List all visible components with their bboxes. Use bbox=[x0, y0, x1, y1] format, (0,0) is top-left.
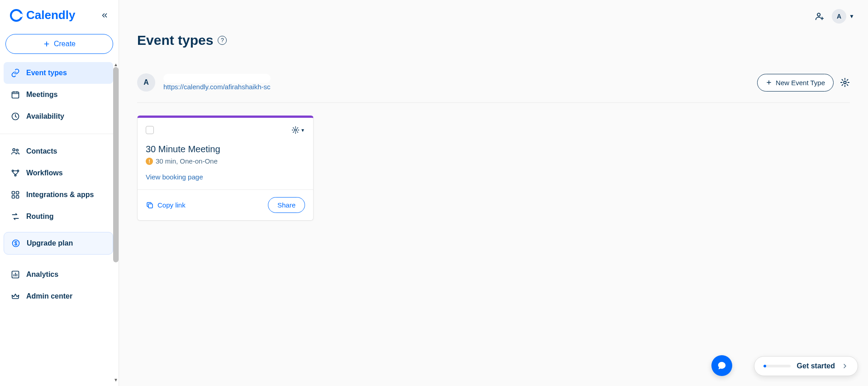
new-event-label: New Event Type bbox=[776, 79, 825, 87]
svg-rect-0 bbox=[12, 92, 19, 98]
svg-point-2 bbox=[13, 149, 15, 151]
event-card-footer: Copy link Share bbox=[138, 189, 313, 220]
get-started-widget[interactable]: Get started bbox=[754, 356, 858, 376]
user-info: https://calendly.com/afirahshaikh-sc bbox=[163, 74, 271, 91]
svg-rect-8 bbox=[16, 192, 19, 194]
user-left: A https://calendly.com/afirahshaikh-sc bbox=[137, 73, 750, 92]
avatar-initial: A bbox=[837, 13, 841, 20]
nav-scroll[interactable]: Event types Meetings Availability bbox=[0, 60, 119, 386]
gear-icon bbox=[840, 77, 850, 87]
user-scheduling-link[interactable]: https://calendly.com/afirahshaikh-sc bbox=[163, 83, 271, 91]
help-icon[interactable]: ? bbox=[218, 36, 227, 45]
svg-point-15 bbox=[295, 129, 297, 131]
brand-name: Calendly bbox=[26, 8, 75, 22]
svg-point-14 bbox=[844, 81, 846, 84]
user-name-redacted bbox=[163, 74, 271, 83]
sidebar-item-meetings[interactable]: Meetings bbox=[4, 84, 113, 106]
sidebar-item-analytics[interactable]: Analytics bbox=[4, 264, 113, 285]
get-started-label: Get started bbox=[797, 362, 835, 370]
invite-user-button[interactable] bbox=[815, 11, 825, 21]
svg-rect-16 bbox=[148, 204, 153, 208]
warning-icon: ! bbox=[146, 158, 153, 165]
scrollbar-thumb[interactable] bbox=[113, 67, 119, 262]
link-icon bbox=[11, 68, 20, 77]
plus-icon bbox=[43, 40, 50, 48]
account-menu[interactable]: A ▼ bbox=[832, 9, 854, 24]
main: A ▼ Event types ? A https://calendly.com… bbox=[119, 0, 868, 386]
share-button[interactable]: Share bbox=[268, 197, 305, 213]
user-plus-icon bbox=[815, 11, 825, 21]
svg-rect-10 bbox=[16, 196, 19, 198]
sidebar-scrollbar[interactable]: ▲ ▼ bbox=[113, 67, 119, 377]
chat-button[interactable] bbox=[711, 355, 732, 376]
clock-icon bbox=[11, 112, 20, 121]
analytics-icon bbox=[11, 270, 20, 279]
gear-icon bbox=[291, 126, 300, 134]
progress-fill bbox=[763, 365, 766, 367]
chevron-right-icon bbox=[841, 362, 849, 370]
svg-rect-7 bbox=[12, 192, 15, 194]
sidebar-item-label: Analytics bbox=[26, 270, 58, 279]
plus-icon bbox=[766, 79, 772, 86]
routing-icon bbox=[11, 212, 20, 221]
svg-point-5 bbox=[17, 170, 19, 171]
copy-link-button[interactable]: Copy link bbox=[146, 201, 186, 209]
user-avatar: A bbox=[137, 73, 155, 92]
sidebar-item-workflows[interactable]: Workflows bbox=[4, 162, 113, 184]
event-card-body: ▼ 30 Minute Meeting ! 30 min, One-on-One… bbox=[138, 118, 313, 189]
users-icon bbox=[11, 147, 20, 156]
event-card-top: ▼ bbox=[146, 126, 305, 134]
sidebar-item-availability[interactable]: Availability bbox=[4, 106, 113, 127]
copy-icon bbox=[146, 201, 154, 209]
caret-down-icon: ▼ bbox=[300, 128, 305, 133]
chat-icon bbox=[717, 361, 727, 371]
crown-icon bbox=[11, 292, 20, 301]
event-card-subtitle: ! 30 min, One-on-One bbox=[146, 157, 305, 165]
sidebar-item-label: Workflows bbox=[26, 169, 63, 177]
avatar-circle: A bbox=[832, 9, 846, 24]
brand-logo[interactable]: Calendly bbox=[10, 8, 75, 22]
apps-grid-icon bbox=[11, 190, 20, 199]
svg-rect-9 bbox=[12, 196, 15, 198]
page-title: Event types bbox=[137, 33, 213, 48]
sidebar-item-admin-center[interactable]: Admin center bbox=[4, 285, 113, 307]
sidebar-item-event-types[interactable]: Event types bbox=[4, 62, 113, 84]
svg-point-3 bbox=[16, 149, 18, 151]
sidebar-item-integrations[interactable]: Integrations & apps bbox=[4, 184, 113, 206]
view-booking-page-link[interactable]: View booking page bbox=[146, 173, 203, 181]
create-label: Create bbox=[54, 40, 76, 48]
nav-divider bbox=[0, 134, 117, 134]
sidebar-item-label: Availability bbox=[26, 112, 64, 121]
copy-link-label: Copy link bbox=[157, 201, 186, 209]
collapse-sidebar-button[interactable] bbox=[100, 11, 109, 19]
upgrade-label: Upgrade plan bbox=[27, 239, 73, 247]
content: Event types ? A https://calendly.com/afi… bbox=[119, 28, 868, 386]
sidebar: Calendly Create Event types Meetings bbox=[0, 0, 119, 386]
calendly-logo-icon bbox=[10, 9, 23, 22]
event-settings-menu[interactable]: ▼ bbox=[291, 126, 305, 134]
sidebar-item-label: Admin center bbox=[26, 292, 72, 300]
nav-section-primary: Event types Meetings Availability bbox=[0, 60, 117, 129]
sidebar-item-label: Integrations & apps bbox=[26, 191, 94, 199]
dollar-circle-icon bbox=[11, 239, 20, 248]
sidebar-item-contacts[interactable]: Contacts bbox=[4, 140, 113, 162]
scroll-up-arrow-icon[interactable]: ▲ bbox=[113, 62, 119, 67]
nav-section-admin: Analytics Admin center bbox=[0, 262, 117, 309]
calendar-icon bbox=[11, 90, 20, 99]
page-settings-button[interactable] bbox=[840, 77, 850, 87]
sidebar-item-label: Contacts bbox=[26, 147, 57, 155]
scroll-down-arrow-icon[interactable]: ▼ bbox=[113, 377, 119, 382]
event-select-checkbox[interactable] bbox=[146, 126, 154, 134]
sidebar-item-label: Meetings bbox=[26, 91, 57, 99]
chevrons-left-icon bbox=[100, 11, 109, 19]
topbar: A ▼ bbox=[119, 0, 868, 28]
workflow-icon bbox=[11, 169, 20, 178]
user-row: A https://calendly.com/afirahshaikh-sc N… bbox=[137, 73, 850, 103]
upgrade-plan-button[interactable]: Upgrade plan bbox=[4, 232, 113, 255]
event-subtitle-text: 30 min, One-on-One bbox=[156, 157, 218, 165]
sidebar-item-label: Event types bbox=[26, 69, 67, 77]
create-button[interactable]: Create bbox=[5, 34, 113, 54]
nav-section-secondary: Contacts Workflows Integrations & apps R… bbox=[0, 139, 117, 229]
sidebar-item-routing[interactable]: Routing bbox=[4, 206, 113, 227]
new-event-type-button[interactable]: New Event Type bbox=[757, 74, 834, 92]
